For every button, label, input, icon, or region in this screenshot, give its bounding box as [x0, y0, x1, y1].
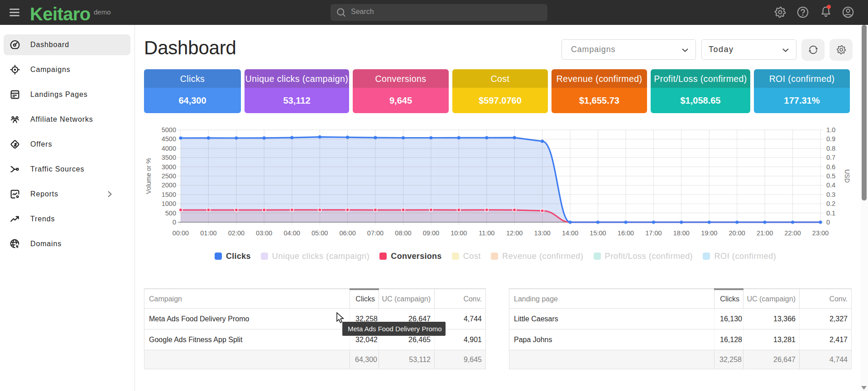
svg-text:0.9: 0.9: [826, 135, 835, 143]
svg-text:02:00: 02:00: [228, 229, 245, 237]
svg-text:3000: 3000: [162, 163, 176, 171]
svg-text:16:00: 16:00: [618, 229, 634, 237]
svg-text:04:00: 04:00: [284, 229, 300, 237]
svg-text:01:00: 01:00: [200, 229, 216, 237]
svg-text:1500: 1500: [162, 191, 176, 198]
svg-text:0.1: 0.1: [826, 210, 835, 217]
svg-text:5000: 5000: [162, 126, 176, 134]
svg-text:20:00: 20:00: [729, 229, 745, 237]
svg-text:USD: USD: [844, 169, 851, 183]
svg-text:18:00: 18:00: [673, 229, 690, 237]
svg-text:500: 500: [165, 210, 176, 217]
svg-text:11:00: 11:00: [479, 229, 494, 237]
svg-text:05:00: 05:00: [312, 229, 328, 237]
svg-text:1000: 1000: [162, 200, 176, 207]
svg-text:07:00: 07:00: [367, 229, 384, 237]
svg-text:4500: 4500: [162, 135, 176, 143]
svg-text:08:00: 08:00: [395, 229, 411, 237]
svg-text:06:00: 06:00: [339, 229, 355, 237]
svg-text:0.3: 0.3: [826, 191, 835, 198]
svg-text:21:00: 21:00: [757, 229, 773, 237]
svg-text:3500: 3500: [162, 154, 176, 161]
svg-text:0.2: 0.2: [826, 200, 835, 207]
svg-text:09:00: 09:00: [423, 229, 439, 237]
svg-text:22:00: 22:00: [784, 229, 801, 237]
svg-text:0.8: 0.8: [826, 145, 835, 152]
svg-text:10:00: 10:00: [451, 229, 467, 237]
svg-text:0.4: 0.4: [826, 181, 835, 189]
svg-text:15:00: 15:00: [590, 229, 606, 237]
svg-text:19:00: 19:00: [701, 229, 717, 237]
svg-text:2500: 2500: [162, 172, 176, 180]
svg-text:Volume or %: Volume or %: [145, 158, 152, 194]
svg-text:0: 0: [173, 219, 176, 226]
svg-text:0: 0: [826, 219, 830, 226]
svg-text:0.6: 0.6: [826, 163, 835, 171]
svg-text:1.0: 1.0: [826, 126, 835, 134]
svg-text:17:00: 17:00: [645, 229, 662, 237]
svg-text:00:00: 00:00: [173, 229, 189, 237]
svg-text:0.5: 0.5: [826, 172, 835, 180]
svg-text:13:00: 13:00: [534, 229, 551, 237]
svg-text:03:00: 03:00: [256, 229, 272, 237]
svg-text:23:00: 23:00: [812, 229, 829, 237]
svg-text:0.7: 0.7: [826, 154, 835, 161]
svg-text:14:00: 14:00: [562, 229, 578, 237]
svg-text:12:00: 12:00: [506, 229, 523, 237]
svg-text:4000: 4000: [162, 145, 176, 152]
svg-text:2000: 2000: [162, 181, 176, 189]
